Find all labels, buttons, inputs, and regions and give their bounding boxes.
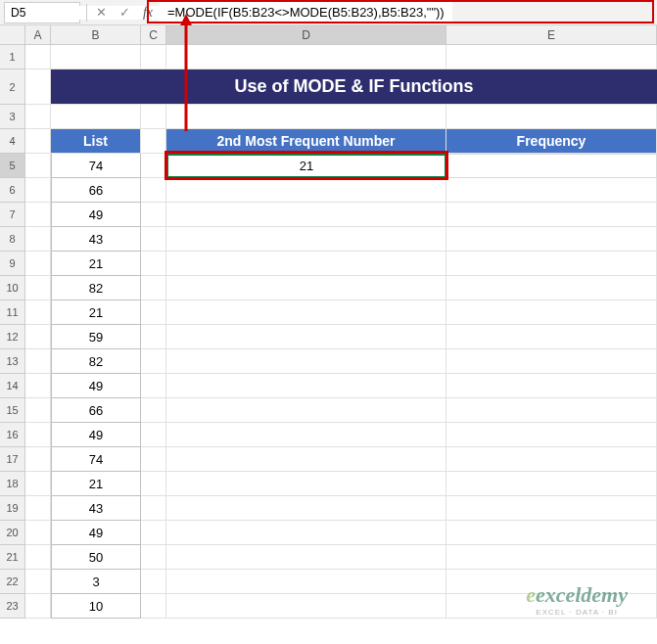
cell[interactable] — [166, 349, 446, 374]
header-freq[interactable]: Frequency — [446, 129, 657, 154]
row-header[interactable]: 20 — [0, 521, 25, 545]
cell[interactable] — [446, 374, 657, 398]
list-value[interactable]: 3 — [51, 570, 141, 594]
cell[interactable] — [166, 325, 446, 349]
cell[interactable] — [446, 178, 657, 203]
cell[interactable] — [166, 203, 446, 227]
cell[interactable] — [166, 447, 446, 472]
row-header[interactable]: 10 — [0, 276, 25, 300]
cell[interactable] — [166, 45, 446, 69]
list-value[interactable]: 21 — [51, 300, 141, 325]
cell[interactable] — [446, 521, 657, 545]
cell[interactable] — [141, 570, 166, 594]
row-header[interactable]: 14 — [0, 374, 25, 398]
cell[interactable] — [446, 496, 657, 521]
cell[interactable] — [446, 276, 657, 300]
cell[interactable] — [141, 349, 166, 374]
cell[interactable] — [141, 227, 166, 252]
title-cell[interactable]: Use of MODE & IF Functions — [51, 69, 657, 105]
list-value[interactable]: 49 — [51, 521, 141, 545]
list-value[interactable]: 74 — [51, 447, 141, 472]
cell[interactable] — [446, 349, 657, 374]
cell[interactable] — [141, 594, 166, 619]
list-value[interactable]: 82 — [51, 349, 141, 374]
cell[interactable] — [25, 300, 51, 325]
cell[interactable] — [446, 105, 657, 129]
col-header[interactable]: B — [51, 25, 141, 44]
cell[interactable] — [166, 105, 446, 129]
cell[interactable] — [25, 374, 51, 398]
list-value[interactable]: 21 — [51, 252, 141, 276]
row-header[interactable]: 1 — [0, 45, 25, 69]
list-value[interactable]: 50 — [51, 545, 141, 570]
cell[interactable] — [446, 300, 657, 325]
cell[interactable] — [446, 227, 657, 252]
cell[interactable] — [141, 154, 166, 178]
row-header[interactable]: 16 — [0, 423, 25, 447]
cell[interactable] — [166, 398, 446, 423]
cell[interactable] — [25, 129, 51, 154]
cell[interactable] — [25, 178, 51, 203]
cell[interactable] — [25, 521, 51, 545]
row-header[interactable]: 6 — [0, 178, 25, 203]
row-header[interactable]: 12 — [0, 325, 25, 349]
cell[interactable] — [25, 69, 51, 105]
cell[interactable] — [25, 349, 51, 374]
cell[interactable] — [166, 496, 446, 521]
cell[interactable] — [141, 203, 166, 227]
row-header[interactable]: 22 — [0, 570, 25, 594]
cell[interactable] — [141, 521, 166, 545]
cell[interactable] — [25, 447, 51, 472]
name-box[interactable]: ▾ — [4, 2, 80, 23]
cell[interactable] — [25, 594, 51, 619]
col-header[interactable]: C — [141, 25, 166, 44]
cell[interactable] — [166, 178, 446, 203]
header-list[interactable]: List — [51, 129, 141, 154]
cell[interactable] — [141, 374, 166, 398]
cell[interactable] — [166, 594, 446, 619]
cell[interactable] — [446, 545, 657, 570]
cell[interactable] — [141, 105, 166, 129]
cell[interactable] — [166, 374, 446, 398]
cell[interactable] — [141, 178, 166, 203]
cell[interactable] — [446, 472, 657, 496]
list-value[interactable]: 66 — [51, 178, 141, 203]
list-value[interactable]: 43 — [51, 227, 141, 252]
col-header[interactable]: D — [166, 25, 446, 44]
list-value[interactable]: 49 — [51, 423, 141, 447]
cell[interactable] — [25, 496, 51, 521]
cell[interactable] — [25, 154, 51, 178]
cell[interactable] — [446, 325, 657, 349]
cell[interactable] — [446, 447, 657, 472]
cell[interactable] — [141, 496, 166, 521]
cell[interactable] — [141, 300, 166, 325]
cell[interactable] — [446, 45, 657, 69]
cell[interactable] — [141, 129, 166, 154]
cell[interactable] — [51, 45, 141, 69]
cell[interactable] — [25, 45, 51, 69]
list-value[interactable]: 49 — [51, 374, 141, 398]
row-header[interactable]: 19 — [0, 496, 25, 521]
cell[interactable] — [141, 472, 166, 496]
cell[interactable] — [141, 325, 166, 349]
col-header[interactable]: A — [25, 25, 51, 44]
cell[interactable] — [166, 521, 446, 545]
row-header[interactable]: 4 — [0, 129, 25, 154]
row-header[interactable]: 23 — [0, 594, 25, 619]
cell[interactable] — [25, 545, 51, 570]
formula-input[interactable]: =MODE(IF(B5:B23<>MODE(B5:B23),B5:B23,"")… — [160, 2, 452, 23]
row-header[interactable]: 5 — [0, 154, 25, 178]
cell[interactable] — [141, 545, 166, 570]
cell[interactable] — [166, 570, 446, 594]
cell[interactable] — [141, 45, 166, 69]
accept-icon[interactable]: ✓ — [113, 2, 136, 23]
result-cell[interactable]: 21 — [166, 154, 446, 178]
list-value[interactable]: 74 — [51, 154, 141, 178]
list-value[interactable]: 10 — [51, 594, 141, 619]
row-header[interactable]: 7 — [0, 203, 25, 227]
list-value[interactable]: 49 — [51, 203, 141, 227]
cell[interactable] — [446, 203, 657, 227]
list-value[interactable]: 21 — [51, 472, 141, 496]
cancel-icon[interactable]: ✕ — [89, 2, 113, 23]
cell[interactable] — [446, 398, 657, 423]
